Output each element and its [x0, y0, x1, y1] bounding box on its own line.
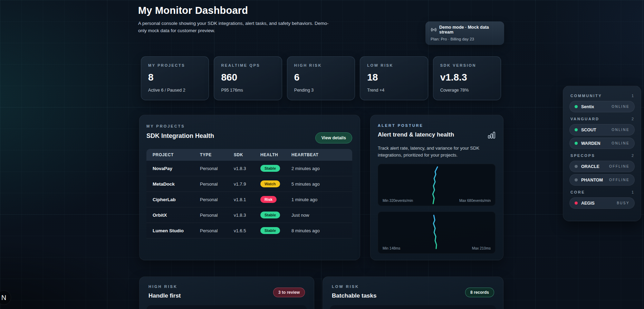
cell-project: MetaDock	[153, 181, 200, 187]
cell-project: CipherLab	[153, 197, 200, 202]
sparkline-path	[433, 167, 438, 204]
agent-name: SCOUT	[581, 128, 596, 132]
stat-value: 18	[367, 72, 421, 83]
cell-type: Personal	[200, 197, 234, 202]
cell-heartbeat: 1 minute ago	[291, 197, 352, 202]
page-title: My Monitor Dashboard	[138, 5, 387, 16]
cell-heartbeat: 5 minutes ago	[291, 181, 352, 187]
stat-value: 860	[221, 72, 275, 83]
stat-label: LOW RISK	[367, 63, 421, 67]
stat-value: 8	[148, 72, 202, 83]
stat-sub: Pending 3	[294, 88, 348, 93]
cell-project: OrbitX	[153, 213, 200, 218]
table-row: Lumen Studio Personal v1.6.5 Stable 8 mi…	[146, 223, 352, 238]
stat-sub: P95 176ms	[221, 88, 275, 93]
stat-sub: Active 6 / Paused 2	[148, 88, 202, 93]
agent-name: ORACLE	[581, 164, 599, 169]
stat-sub: Coverage 78%	[440, 88, 494, 93]
col-header-heartbeat: HEARTBEAT	[291, 152, 352, 157]
cell-heartbeat: Just now	[291, 213, 352, 218]
projects-eyebrow: MY PROJECTS	[146, 124, 352, 128]
section-count: 1	[632, 94, 634, 98]
agent-status: BUSY	[617, 201, 629, 205]
agents-sidebar: COMMUNITY 1 Sentix ONLINE VANGUARD 2 SCO…	[563, 86, 641, 221]
stat-card-realtime-qps: REALTIME QPS 860 P95 176ms	[214, 56, 282, 100]
stat-value: 6	[294, 72, 348, 83]
col-header-project: PROJECT	[153, 152, 200, 157]
table-row: MetaDock Personal v1.7.9 Watch 5 minutes…	[146, 176, 352, 192]
demo-mode-badge: Demo mode · Mock data stream Plan: Pro ·…	[425, 21, 504, 45]
alert-description: Track alert rate, latency, and variance …	[378, 145, 488, 158]
table-row: OrbitX Personal v1.8.3 Stable Just now	[146, 207, 352, 223]
chart-max-label: Max 210ms	[472, 246, 491, 250]
stat-card-sdk-version: SDK VERSION v1.8.3 Coverage 78%	[433, 56, 501, 100]
chart-min-label: Min 148ms	[383, 246, 400, 250]
sidebar-item-aegis[interactable]: AEGIS BUSY	[569, 197, 635, 209]
agent-status: OFFLINE	[609, 165, 629, 168]
cell-sdk: v1.6.5	[234, 228, 260, 233]
health-badge: Stable	[260, 165, 280, 172]
cell-heartbeat: 2 minutes ago	[291, 166, 352, 171]
stat-label: MY PROJECTS	[148, 63, 202, 67]
latency-chart: Min 148ms Max 210ms	[378, 212, 496, 254]
cell-sdk: v1.8.3	[234, 166, 260, 171]
health-badge: Stable	[260, 227, 280, 234]
col-header-sdk: SDK	[234, 152, 260, 157]
alert-title: Alert trend & latency health	[378, 131, 454, 138]
health-badge: Stable	[260, 212, 280, 218]
table-row: NovaPay Personal v1.8.3 Stable 2 minutes…	[146, 161, 352, 176]
stat-label: HIGH RISK	[294, 63, 348, 67]
high-risk-card: HIGH RISK Handle first 3 to review	[139, 277, 314, 309]
section-count: 2	[632, 153, 634, 158]
sidebar-section-specops: SPECOPS 2 ORACLE OFFLINE PHANTOM OFFLINE	[569, 153, 635, 186]
plan-text: Plan: Pro · Billing day 23	[431, 37, 499, 41]
view-details-button[interactable]: View details	[315, 132, 352, 143]
sidebar-item-sentix[interactable]: Sentix ONLINE	[569, 101, 635, 112]
task-list-container	[146, 305, 307, 309]
status-dot-online	[575, 128, 578, 131]
task-list-container	[330, 305, 496, 309]
cell-sdk: v1.8.3	[234, 213, 260, 218]
health-badge: Risk	[260, 196, 277, 203]
alert-eyebrow: ALERT POSTURE	[378, 123, 496, 128]
section-label: VANGUARD	[570, 117, 599, 121]
status-dot-offline	[575, 165, 578, 168]
alert-posture-panel: ALERT POSTURE Alert trend & latency heal…	[370, 115, 503, 260]
agent-name: PHANTOM	[581, 178, 603, 182]
stats-row: MY PROJECTS 8 Active 6 / Paused 2 REALTI…	[141, 56, 501, 100]
table-header-row: PROJECT TYPE SDK HEALTH HEARTBEAT	[146, 149, 352, 161]
cell-sdk: v1.7.9	[234, 181, 260, 187]
section-count: 2	[632, 117, 634, 121]
stat-label: REALTIME QPS	[221, 63, 275, 67]
status-dot-offline	[575, 178, 578, 181]
sidebar-section-vanguard: VANGUARD 2 SCOUT ONLINE WARDEN ONLINE	[569, 117, 635, 149]
agent-status: ONLINE	[612, 141, 629, 145]
review-count-badge: 3 to review	[273, 288, 305, 297]
sidebar-item-oracle[interactable]: ORACLE OFFLINE	[569, 161, 635, 172]
page-header: My Monitor Dashboard A personal console …	[138, 5, 387, 35]
projects-title: SDK Integration Health	[146, 132, 214, 140]
section-label: CORE	[570, 190, 585, 194]
low-risk-card: LOW RISK Batchable tasks 8 records	[323, 277, 503, 309]
sidebar-section-core: CORE 1 AEGIS BUSY	[569, 190, 635, 209]
n-logo[interactable]: N	[0, 290, 11, 305]
chart-min-label: Min 320events/min	[383, 198, 413, 203]
sidebar-item-phantom[interactable]: PHANTOM OFFLINE	[569, 174, 635, 186]
page-subtitle: A personal console showing your SDK inte…	[138, 20, 331, 35]
agent-status: OFFLINE	[609, 178, 629, 182]
stat-label: SDK VERSION	[440, 63, 494, 67]
agent-name: AEGIS	[581, 201, 595, 206]
section-count: 1	[632, 190, 634, 194]
cell-type: Personal	[200, 213, 234, 218]
sidebar-item-scout[interactable]: SCOUT ONLINE	[569, 124, 635, 135]
col-header-type: TYPE	[200, 152, 234, 157]
cell-type: Personal	[200, 166, 234, 171]
section-label: SPECOPS	[570, 153, 595, 158]
demo-mode-line: Demo mode · Mock data stream	[431, 25, 499, 35]
sidebar-item-warden[interactable]: WARDEN ONLINE	[569, 138, 635, 149]
agent-status: ONLINE	[612, 105, 629, 109]
section-label: COMMUNITY	[570, 94, 602, 98]
status-dot-busy	[575, 202, 578, 205]
stat-card-high-risk: HIGH RISK 6 Pending 3	[287, 56, 355, 100]
table-row: CipherLab Personal v1.8.1 Risk 1 minute …	[146, 192, 352, 207]
